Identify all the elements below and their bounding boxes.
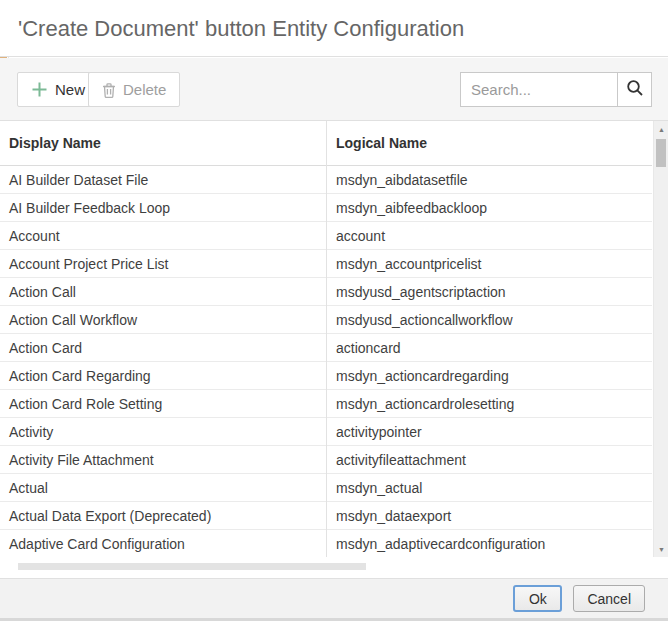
cell-display-name: Actual Data Export (Deprecated): [0, 508, 326, 524]
column-header-display-name[interactable]: Display Name: [0, 135, 326, 151]
cell-display-name: Activity: [0, 424, 326, 440]
search-button[interactable]: [617, 73, 651, 106]
horizontal-scrollbar-thumb[interactable]: [18, 563, 366, 570]
cell-display-name: Account: [0, 228, 326, 244]
dialog-title: 'Create Document' button Entity Configur…: [0, 0, 668, 57]
entity-grid: Display Name Logical Name AI Builder Dat…: [0, 121, 652, 558]
cell-display-name: AI Builder Feedback Loop: [0, 200, 326, 216]
cell-display-name: Action Call Workflow: [0, 312, 326, 328]
plus-icon: [31, 81, 48, 98]
magnifier-icon: [626, 79, 644, 100]
column-divider: [326, 121, 327, 558]
entity-table: Display Name Logical Name AI Builder Dat…: [0, 120, 668, 557]
cell-display-name: Action Call: [0, 284, 326, 300]
delete-button-label: Delete: [123, 81, 166, 98]
cell-display-name: Actual: [0, 480, 326, 496]
cell-logical-name: msdyn_actual: [326, 480, 652, 496]
column-header-logical-name[interactable]: Logical Name: [326, 135, 652, 151]
entity-configuration-dialog: 'Create Document' button Entity Configur…: [0, 0, 668, 621]
cell-display-name: Adaptive Card Configuration: [0, 536, 326, 552]
new-button-label: New: [55, 81, 85, 98]
cell-display-name: Action Card Role Setting: [0, 396, 326, 412]
toolbar: New Delete: [0, 58, 668, 120]
cell-display-name: AI Builder Dataset File: [0, 172, 326, 188]
trash-icon: [102, 82, 116, 98]
vertical-scrollbar[interactable]: ▲ ▼: [653, 121, 668, 558]
cell-logical-name: msdyn_actioncardregarding: [326, 368, 652, 384]
cell-display-name: Action Card Regarding: [0, 368, 326, 384]
cell-logical-name: msdyn_adaptivecardconfiguration: [326, 536, 652, 552]
cell-logical-name: msdyn_aibfeedbackloop: [326, 200, 652, 216]
cell-display-name: Account Project Price List: [0, 256, 326, 272]
cell-logical-name: msdyusd_actioncallworkflow: [326, 312, 652, 328]
cell-logical-name: msdyn_dataexport: [326, 508, 652, 524]
horizontal-scrollbar: [0, 557, 668, 578]
cell-logical-name: msdyn_aibdatasetfile: [326, 172, 652, 188]
vertical-scrollbar-thumb[interactable]: [656, 139, 666, 167]
cell-logical-name: msdyn_actioncardrolesetting: [326, 396, 652, 412]
search-group: [460, 72, 652, 107]
scroll-up-icon[interactable]: ▲: [654, 122, 668, 137]
cell-logical-name: msdyn_accountpricelist: [326, 256, 652, 272]
title-bar: 'Create Document' button Entity Configur…: [0, 0, 668, 57]
cancel-button[interactable]: Cancel: [573, 585, 645, 612]
scroll-down-icon[interactable]: ▼: [654, 542, 668, 557]
cell-display-name: Action Card: [0, 340, 326, 356]
cell-logical-name: activityfileattachment: [326, 452, 652, 468]
cell-logical-name: account: [326, 228, 652, 244]
ok-button[interactable]: Ok: [513, 585, 562, 612]
delete-button[interactable]: Delete: [88, 72, 180, 107]
search-input[interactable]: [461, 73, 617, 106]
footer-bar: Ok Cancel: [0, 578, 668, 621]
cell-logical-name: activitypointer: [326, 424, 652, 440]
cell-display-name: Activity File Attachment: [0, 452, 326, 468]
cell-logical-name: actioncard: [326, 340, 652, 356]
new-button[interactable]: New: [17, 72, 99, 107]
cell-logical-name: msdyusd_agentscriptaction: [326, 284, 652, 300]
